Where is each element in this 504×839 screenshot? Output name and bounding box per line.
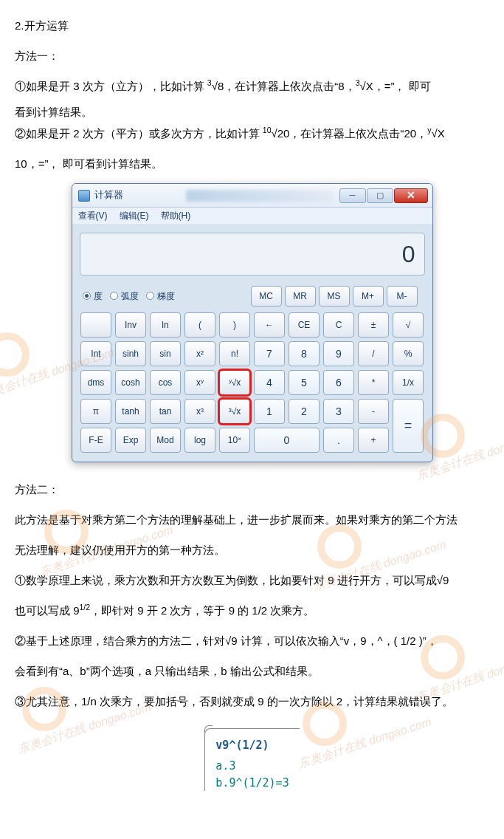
text: √20，在计算器上依次点击“20， <box>272 127 428 140</box>
key-nfact[interactable]: n! <box>219 341 250 366</box>
key-multiply[interactable]: * <box>358 370 389 395</box>
key-sinh[interactable]: sinh <box>115 341 146 366</box>
key-sqrt[interactable]: √ <box>393 312 424 338</box>
mode-radians[interactable]: 弧度 <box>110 287 139 306</box>
key-exp[interactable]: Exp <box>115 428 146 453</box>
key-6[interactable]: 6 <box>323 370 354 395</box>
mode-gradians[interactable]: 梯度 <box>146 287 175 306</box>
mode-label: 弧度 <box>121 287 139 306</box>
key-1[interactable]: 1 <box>254 399 285 424</box>
text: √X <box>431 127 444 140</box>
key-x3[interactable]: x³ <box>184 399 215 424</box>
radio-icon <box>110 292 118 300</box>
key-7[interactable]: 7 <box>254 341 285 366</box>
sup: 1/2 <box>80 603 91 612</box>
text: √8，在计算器上依次点击“8， <box>212 80 356 92</box>
key-dms[interactable]: dms <box>80 370 111 395</box>
key-mminus[interactable]: M- <box>387 286 418 307</box>
key-mc[interactable]: MC <box>251 286 282 307</box>
key-reciprocal[interactable]: 1/x <box>393 370 424 395</box>
app-icon <box>78 190 90 202</box>
key-4[interactable]: 4 <box>254 370 285 395</box>
calculator-display: 0 <box>80 233 425 275</box>
mode-degrees[interactable]: 度 <box>83 287 103 306</box>
method2-para4: 也可以写成 91/2，即针对 9 开 2 次方，等于 9 的 1/2 次乘方。 <box>15 598 489 623</box>
code-line-3: b.9^(1/2)=3 <box>215 775 289 792</box>
key-backspace[interactable]: ← <box>254 312 285 338</box>
key-equals[interactable]: = <box>393 399 424 453</box>
key-ms[interactable]: MS <box>319 286 350 307</box>
key-minus[interactable]: - <box>358 399 389 424</box>
radio-icon <box>83 292 91 300</box>
titlebar-blur <box>186 190 334 202</box>
key-fe[interactable]: F-E <box>80 428 111 453</box>
menu-help[interactable]: 帮助(H) <box>161 206 191 225</box>
key-c[interactable]: C <box>323 312 354 338</box>
key-dot[interactable]: . <box>323 428 354 453</box>
code-line-2: a.3 <box>215 758 289 775</box>
radio-icon <box>146 292 154 300</box>
mode-label: 度 <box>94 287 103 306</box>
calculator-window: 计算器 ─ ▢ ✕ 查看(V) 编辑(E) 帮助(H) 0 度 弧度 梯度 MC… <box>72 183 433 462</box>
key-negate[interactable]: ± <box>358 312 389 338</box>
menubar: 查看(V) 编辑(E) 帮助(H) <box>72 208 432 225</box>
method1-para3: ②如果是开 2 次方（平方）或多次方方，比如计算 10√20，在计算器上依次点击… <box>15 121 489 145</box>
text: √X，=”， 即可 <box>359 80 430 92</box>
method2-para7: ③尤其注意，1/n 次乘方，要加括号，否则就变成 9 的一次方除以 2，计算结果… <box>15 689 489 713</box>
method1-para4: 10，=”， 即可看到计算结果。 <box>15 151 489 176</box>
key-3[interactable]: 3 <box>323 399 354 424</box>
text: ②如果是开 2 次方（平方）或多次方方，比如计算 <box>15 127 263 140</box>
key-divide[interactable]: / <box>358 341 389 366</box>
key-0[interactable]: 0 <box>254 428 320 453</box>
key-tanh[interactable]: tanh <box>115 399 146 424</box>
text: ①如果是开 3 次方（立方），比如计算 <box>15 80 207 92</box>
key-2[interactable]: 2 <box>289 399 320 424</box>
key-yroot[interactable]: ʸ√x <box>219 370 250 395</box>
key-blank[interactable] <box>80 312 111 338</box>
method2-para2: 无法理解，建议仍使用开方的第一种方法。 <box>15 538 489 562</box>
key-cuberoot[interactable]: ³√x <box>219 399 250 424</box>
text: 也可以写成 9 <box>15 604 80 617</box>
keypad: Inv ln ( ) ← CE C ± √ Int sinh sin x² n!… <box>72 308 432 462</box>
key-percent[interactable]: % <box>393 341 424 366</box>
key-int[interactable]: Int <box>80 341 111 366</box>
code-line-1: v9^(1/2) <box>215 733 289 758</box>
key-9[interactable]: 9 <box>323 341 354 366</box>
mode-label: 梯度 <box>157 287 175 306</box>
key-tan[interactable]: tan <box>150 399 181 424</box>
key-rparen[interactable]: ) <box>219 312 250 338</box>
key-ce[interactable]: CE <box>289 312 320 338</box>
method2-title: 方法二： <box>15 477 489 501</box>
key-10x[interactable]: 10ˣ <box>219 428 250 453</box>
titlebar[interactable]: 计算器 ─ ▢ ✕ <box>72 184 432 208</box>
key-5[interactable]: 5 <box>289 370 320 395</box>
text: ，即针对 9 开 2 次方，等于 9 的 1/2 次乘方。 <box>90 604 314 617</box>
key-xy[interactable]: xʸ <box>184 370 215 395</box>
minimize-button[interactable]: ─ <box>339 188 366 203</box>
key-cos[interactable]: cos <box>150 370 181 395</box>
method1-title: 方法一： <box>15 44 489 68</box>
close-button[interactable]: ✕ <box>394 188 428 203</box>
key-ln[interactable]: ln <box>150 312 181 338</box>
key-pi[interactable]: π <box>80 399 111 424</box>
key-mplus[interactable]: M+ <box>353 286 384 307</box>
method2-para6: 会看到有“a、b”两个选项，a 只输出结果，b 输出公式和结果。 <box>15 659 489 683</box>
key-x2[interactable]: x² <box>184 341 215 366</box>
key-mr[interactable]: MR <box>285 286 316 307</box>
key-cosh[interactable]: cosh <box>115 370 146 395</box>
key-mod[interactable]: Mod <box>150 428 181 453</box>
menu-view[interactable]: 查看(V) <box>78 206 108 225</box>
maximize-button[interactable]: ▢ <box>367 188 393 203</box>
key-plus[interactable]: + <box>358 428 389 453</box>
key-sin[interactable]: sin <box>150 341 181 366</box>
window-title: 计算器 <box>94 185 186 206</box>
key-8[interactable]: 8 <box>289 341 320 366</box>
code-snippet: v9^(1/2) a.3 b.9^(1/2)=3 <box>204 728 299 791</box>
method2-para1: 此方法是基于对乘方第二个方法的理解基础上，进一步扩展而来。如果对乘方的第二个方法 <box>15 507 489 532</box>
section-title: 2.开方运算 <box>15 13 489 38</box>
key-lparen[interactable]: ( <box>184 312 215 338</box>
key-log[interactable]: log <box>184 428 215 453</box>
method2-para5: ②基于上述原理，结合乘方的方法二，针对√9 计算，可以依次输入“v，9，^，( … <box>15 629 489 653</box>
menu-edit[interactable]: 编辑(E) <box>120 206 149 225</box>
key-inv[interactable]: Inv <box>115 312 146 338</box>
